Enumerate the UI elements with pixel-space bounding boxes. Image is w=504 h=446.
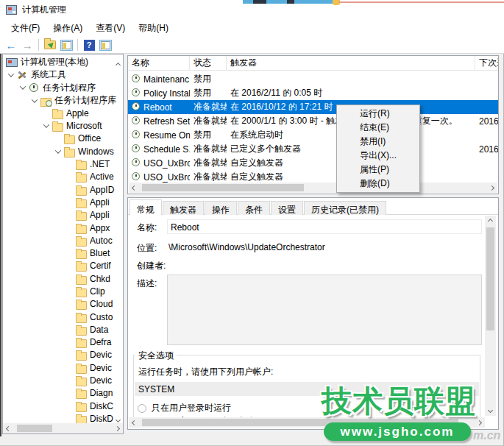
column-header[interactable]: 下次运行时间 [475,56,499,70]
tab[interactable]: 操作 [205,201,237,215]
expand-chevron-icon[interactable] [18,82,28,93]
show-action-pane-icon[interactable] [98,38,113,52]
task-row[interactable]: Reboot 准备就绪 在 2016/10/12 的 17:21 时 [128,100,498,114]
tree-item[interactable]: 系统工具 [3,68,123,81]
task-row[interactable]: Maintenanc... 禁用 [128,72,498,86]
tab[interactable]: 常规 [129,199,162,215]
tree-hscrollbar[interactable] [3,423,123,433]
scroll-down-icon[interactable] [485,405,496,416]
tree-item[interactable]: Chkd [3,272,123,285]
scroll-left-icon[interactable] [129,417,140,428]
task-row[interactable]: Resume On... 禁用 在系统启动时 [128,128,498,142]
tree-item[interactable]: .NET [3,157,123,170]
tree-item[interactable]: 任务计划程序库 [3,94,123,107]
menu-bar: 文件(F)操作(A)查看(V)帮助(H) [0,20,504,37]
column-header[interactable]: 名称 [128,56,190,70]
task-row[interactable]: Schedule S... 准备就绪 已定义多个触发器 2016/ [128,142,498,156]
tree-item[interactable]: Clip [3,285,123,297]
tree-item[interactable]: AppID [3,183,123,196]
description-box[interactable] [167,275,482,345]
task-row[interactable]: USO_UxBro... 准备就绪 自定义触发器 [128,156,498,170]
task-row[interactable]: Policy Install 禁用 在 2016/2/11 的 0:05 时 [128,86,498,100]
context-menu-item[interactable]: 结束(E) [337,121,419,135]
account-hint: 运行任务时，请使用下列用户帐户: [138,366,273,378]
context-menu-item[interactable]: 属性(P) [337,163,419,177]
expand-chevron-icon[interactable] [6,70,16,80]
scroll-left-icon[interactable] [3,423,14,433]
tree-item[interactable]: Data [3,323,123,336]
tree-item[interactable]: Apple [3,107,123,119]
console-tree-icon[interactable] [59,38,74,52]
task-row[interactable]: Refresh Set... 准备就绪 在 2000/1/1 的 3:00 时 … [128,114,498,128]
scroll-thumb[interactable] [142,184,304,191]
folder-up-icon[interactable] [43,38,57,52]
task-clock-icon [132,74,141,84]
expand-chevron-icon[interactable] [41,121,52,131]
context-menu-item[interactable]: 导出(X)... [337,149,419,163]
expand-chevron-icon[interactable] [53,146,63,157]
tab[interactable]: 设置 [271,201,303,215]
tree-item[interactable]: Office [3,132,123,145]
tree-item[interactable]: 计算机管理(本地) [3,56,123,68]
tree-item[interactable]: Cloud [3,298,123,311]
context-menu-item[interactable]: 禁用(I) [337,135,419,149]
menu-item[interactable]: 文件(F) [4,20,46,37]
tree-item-icon [75,312,87,322]
tree-scroll-down-icon[interactable] [116,414,120,424]
scroll-up-icon[interactable] [485,216,496,227]
tab[interactable]: 历史记录(已禁用) [304,201,386,215]
list-hscrollbar[interactable] [129,183,497,193]
column-header[interactable]: 状态 [190,56,227,70]
help-icon[interactable]: ? [82,38,96,52]
column-header[interactable]: 触发器 [227,56,475,70]
scroll-thumb[interactable] [486,227,494,330]
tree-item[interactable]: Active [3,171,123,183]
radio-run-logged-on[interactable]: 只在用户登录时运行 [138,402,231,414]
tree-item[interactable]: Bluet [3,247,123,259]
back-icon[interactable]: ← [4,38,18,52]
tree-item[interactable]: Devic [3,374,123,386]
tree-item[interactable]: Appli [3,209,123,222]
scroll-right-icon[interactable] [486,183,497,193]
tree-item[interactable]: Custo [3,311,123,323]
menu-item[interactable]: 帮助(H) [132,20,175,37]
tree-item[interactable]: Certif [3,260,123,272]
context-menu-item[interactable]: 运行(R) [337,107,419,121]
scroll-right-icon[interactable] [112,423,123,433]
tree-item[interactable]: Microsoft [3,119,123,132]
task-list-panel: 名称状态触发器下次运行时间 Maintenanc... 禁用 Policy In… [127,55,499,194]
details-vscrollbar[interactable] [485,216,496,416]
tree-item[interactable]: Diagn [3,387,123,400]
location-value: \Microsoft\Windows\UpdateOrchestrator [168,242,325,252]
tree-item[interactable]: Autoc [3,234,123,247]
tree-item[interactable]: Devic [3,361,123,374]
tree-item[interactable]: DiskC [3,400,123,412]
tree-item[interactable]: 任务计划程序 [3,82,123,94]
tree-item-icon [75,197,87,208]
radio-icon[interactable] [138,404,146,413]
tab[interactable]: 触发器 [163,201,204,215]
menu-item[interactable]: 操作(A) [46,20,89,37]
toolbar-separator [77,39,78,51]
tree-item-icon [75,363,87,373]
task-clock-icon [132,88,141,98]
computer-management-window: 计算机管理 文件(F)操作(A)查看(V)帮助(H) ← → ? 计算机管理(本… [0,0,504,446]
tree-item-icon [75,171,87,182]
scroll-left-icon[interactable] [129,183,140,193]
tree-item[interactable]: Appx [3,222,123,234]
tree-item[interactable]: Appli [3,196,123,208]
forward-icon[interactable]: → [20,38,35,52]
window-title: 计算机管理 [22,4,66,16]
expand-chevron-icon[interactable] [29,96,40,106]
task-name-field: Reboot [167,219,482,234]
tree-item-icon [75,185,87,195]
menu-item[interactable]: 查看(V) [89,20,132,37]
scroll-thumb[interactable] [17,425,52,432]
context-menu-item[interactable]: 删除(D) [337,177,419,191]
tree-item-icon [75,337,87,347]
tree-item[interactable]: Windows [3,145,123,157]
tree-item[interactable]: Devic [3,349,123,361]
tab[interactable]: 条件 [238,201,270,215]
tree-scroll-up-icon[interactable] [116,59,120,69]
tree-item[interactable]: Defra [3,336,123,349]
